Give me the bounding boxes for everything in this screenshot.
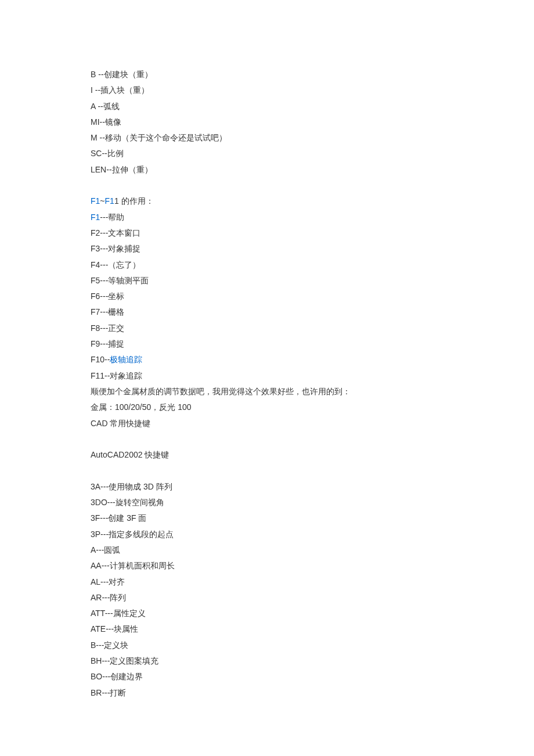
link-f1[interactable]: F1 [91,196,100,206]
text-line: B---定义块 [91,638,534,653]
blank-line [91,431,534,447]
text-line: 金属：100/20/50，反光 100 [91,399,534,415]
text-line: AR---阵列 [91,590,534,606]
blank-line [91,463,534,478]
text-line: AA---计算机面积和周长 [91,558,534,574]
text-line: F9---捕捉 [91,336,534,352]
text-line: 3P---指定多线段的起点 [91,527,534,542]
text-line: A --弧线 [91,99,534,114]
text-line: F7---栅格 [91,304,534,320]
document-page: B --创建块（重） I --插入块（重） A --弧线 MI--镜像 M --… [0,0,534,756]
text-line: F1---帮助 [91,210,534,225]
text-line: M --移动（关于这个命令还是试试吧） [91,130,534,146]
text-span: ---帮助 [100,213,124,222]
text-line: A---圆弧 [91,542,534,558]
text-line: F11--对象追踪 [91,368,534,384]
text-line: F2---文本窗口 [91,225,534,241]
text-line: ATE---块属性 [91,621,534,637]
text-line: CAD 常用快捷键 [91,416,534,431]
text-line: F3---对象捕捉 [91,241,534,257]
link-polar-tracking[interactable]: 极轴追踪 [110,355,142,364]
text-line: F6---坐标 [91,289,534,304]
text-line: BO---创建边界 [91,669,534,685]
text-line: LEN--拉伸（重） [91,162,534,178]
text-line: F4---（忘了） [91,257,534,273]
text-line: ATT---属性定义 [91,606,534,621]
text-span: F10-- [91,355,110,364]
text-line: B --创建块（重） [91,67,534,82]
text-line: AL---对齐 [91,574,534,590]
text-line: F10--极轴追踪 [91,352,534,368]
link-f1-2[interactable]: F1 [105,196,114,206]
text-line: 顺便加个金属材质的调节数据吧，我用觉得这个效果好些，也许用的到： [91,384,534,399]
text-span: ~ [100,196,104,206]
text-line: BR---打断 [91,685,534,701]
fkeys-header: F1~F11 的作用： [91,193,534,209]
text-line: 3A---使用物成 3D 阵列 [91,479,534,495]
text-line: 3DO---旋转空间视角 [91,495,534,510]
autocad-title: AutoCAD2002 快捷键 [91,447,534,463]
text-line: MI--镜像 [91,114,534,130]
text-line: SC--比例 [91,146,534,161]
text-span: 1 的作用： [114,196,154,206]
link-f1-help[interactable]: F1 [91,213,100,222]
text-line: I --插入块（重） [91,82,534,98]
text-line: F5---等轴测平面 [91,273,534,289]
blank-line [91,178,534,193]
text-line: F8---正交 [91,321,534,336]
text-line: 3F---创建 3F 面 [91,510,534,526]
text-line: BH---定义图案填充 [91,653,534,669]
